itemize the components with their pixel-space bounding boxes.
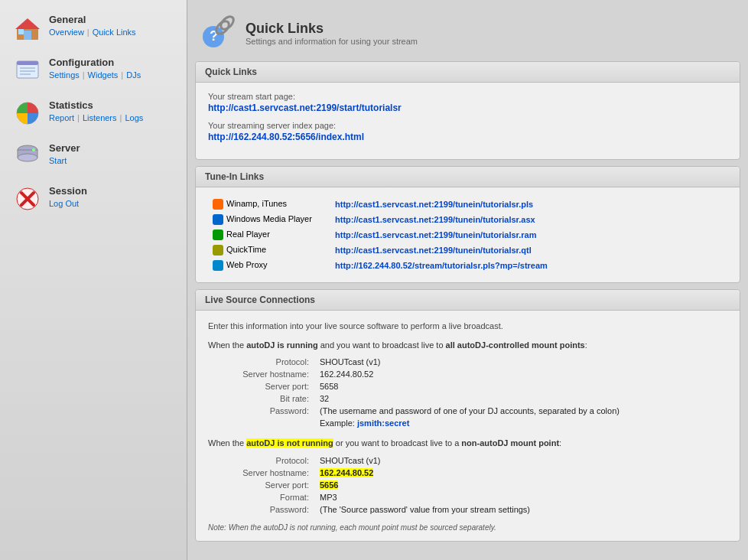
quick-links-card-body: Your stream start page: http://cast1.ser…	[196, 83, 740, 159]
example-value: Example: jsmith:secret	[315, 417, 727, 429]
tunein-player-icon	[213, 214, 223, 225]
tunein-player-name: Winamp, iTunes	[226, 199, 287, 208]
tunein-row: Winamp, iTuneshttp://cast1.servcast.net:…	[208, 197, 727, 212]
session-links: Log Out	[49, 199, 87, 208]
statistics-icon	[14, 99, 41, 127]
port-value: 5658	[315, 380, 727, 392]
autodj-not-running-highlight: autoDJ is not running	[246, 438, 333, 448]
config-widgets-link[interactable]: Widgets	[88, 70, 119, 80]
table-row: Server port: 5656	[208, 479, 727, 491]
page-subtitle: Settings and information for using your …	[246, 37, 418, 46]
nr-protocol-label: Protocol:	[208, 454, 315, 467]
nr-port-value: 5656	[315, 479, 727, 491]
svg-marker-1	[15, 18, 40, 29]
protocol-value: SHOUTcast (v1)	[315, 356, 727, 368]
server-start-link[interactable]: Start	[49, 156, 67, 165]
table-row: Server port: 5658	[208, 380, 727, 392]
tunein-table: Winamp, iTuneshttp://cast1.servcast.net:…	[208, 197, 727, 273]
live-source-card: Live Source Connections Enter this infor…	[195, 289, 740, 542]
table-row: Format: MP3	[208, 491, 727, 503]
svg-point-12	[18, 154, 37, 161]
autodj-running-highlight: autoDJ is running	[246, 340, 318, 350]
general-overview-link[interactable]: Overview	[49, 28, 84, 37]
port-label: Server port:	[208, 380, 315, 392]
live-source-body: Enter this information into your live so…	[196, 311, 740, 541]
sidebar-item-general[interactable]: General Overview | Quick Links	[6, 8, 180, 47]
statistics-nav-content: Statistics Report | Listeners | Logs	[49, 99, 143, 122]
tunein-player-icon	[213, 260, 223, 271]
server-icon	[14, 142, 41, 170]
nr-password-value: (The 'Source password' value from your s…	[315, 503, 727, 516]
server-title: Server	[49, 142, 80, 154]
nr-hostname-label: Server hostname:	[208, 467, 315, 479]
autodj-not-running-table: Protocol: SHOUTcast (v1) Server hostname…	[208, 454, 727, 516]
stream-start-url[interactable]: http://cast1.servcast.net:2199/start/tut…	[208, 103, 727, 113]
tunein-player-name: Windows Media Player	[226, 214, 312, 223]
table-row: Server hostname: 162.244.80.52	[208, 467, 727, 479]
server-index-url[interactable]: http://162.244.80.52:5656/index.html	[208, 132, 727, 142]
house-icon	[14, 14, 41, 41]
password-value: (The username and password of one of you…	[315, 405, 727, 417]
general-quicklinks-link[interactable]: Quick Links	[93, 28, 136, 37]
session-icon	[14, 185, 41, 213]
table-row: Bit rate: 32	[208, 392, 727, 405]
quick-links-card-header: Quick Links	[196, 62, 740, 83]
table-row: Example: jsmith:secret	[208, 417, 727, 429]
tunein-url[interactable]: http://cast1.servcast.net:2199/tunein/tu…	[330, 212, 727, 227]
stats-listeners-link[interactable]: Listeners	[83, 113, 117, 122]
all-mount-points-bold: all autoDJ-controlled mount points	[446, 340, 585, 350]
tunein-url[interactable]: http://cast1.servcast.net:2199/tunein/tu…	[330, 197, 727, 212]
session-logout-link[interactable]: Log Out	[49, 199, 79, 208]
tunein-url[interactable]: http://cast1.servcast.net:2199/tunein/tu…	[330, 227, 727, 243]
configuration-icon	[14, 57, 41, 84]
sidebar: General Overview | Quick Links Configura…	[0, 0, 187, 560]
configuration-links: Settings | Widgets | DJs	[49, 70, 141, 80]
configuration-nav-content: Configuration Settings | Widgets | DJs	[49, 57, 141, 80]
nr-format-value: MP3	[315, 491, 727, 503]
non-autodj-bold: non-autoDJ mount point	[461, 438, 559, 448]
config-djs-link[interactable]: DJs	[126, 70, 141, 80]
page-title: Quick Links	[246, 21, 418, 37]
server-index-label: Your streaming server index page:	[208, 121, 727, 130]
svg-rect-3	[18, 29, 24, 34]
stream-start-label: Your stream start page:	[208, 92, 727, 101]
tunein-url[interactable]: http://cast1.servcast.net:2199/tunein/tu…	[330, 243, 727, 258]
table-row: Protocol: SHOUTcast (v1)	[208, 454, 727, 467]
sidebar-item-configuration[interactable]: Configuration Settings | Widgets | DJs	[6, 50, 180, 90]
stats-logs-link[interactable]: Logs	[125, 113, 143, 122]
tunein-row: QuickTimehttp://cast1.servcast.net:2199/…	[208, 243, 727, 258]
config-settings-link[interactable]: Settings	[49, 70, 80, 80]
sidebar-item-session[interactable]: Session Log Out	[6, 179, 180, 219]
password-label: Password:	[208, 405, 315, 417]
stats-report-link[interactable]: Report	[49, 113, 74, 122]
sidebar-item-server[interactable]: Server Start	[6, 136, 180, 176]
statistics-links: Report | Listeners | Logs	[49, 113, 143, 122]
tunein-row: Real Playerhttp://cast1.servcast.net:219…	[208, 227, 727, 243]
tunein-links-card: Tune-In Links Winamp, iTuneshttp://cast1…	[195, 166, 740, 283]
general-nav-content: General Overview | Quick Links	[49, 14, 136, 37]
tunein-card-header: Tune-In Links	[196, 167, 740, 187]
general-links: Overview | Quick Links	[49, 28, 136, 37]
general-title: General	[49, 14, 136, 25]
table-row: Protocol: SHOUTcast (v1)	[208, 356, 727, 368]
svg-rect-5	[17, 61, 38, 65]
statistics-title: Statistics	[49, 99, 143, 111]
svg-rect-2	[24, 31, 31, 40]
table-row: Server hostname: 162.244.80.52	[208, 368, 727, 380]
server-links: Start	[49, 156, 80, 165]
tunein-player-icon	[213, 199, 223, 210]
live-autodj-running-title: When the autoDJ is running and you want …	[208, 339, 727, 352]
tunein-url[interactable]: http://162.244.80.52/stream/tutorialsr.p…	[330, 258, 727, 273]
main-content: ? Quick Links Settings and information f…	[187, 0, 748, 560]
bitrate-value: 32	[315, 392, 727, 405]
quicklinks-header-icon: ?	[198, 14, 236, 52]
sidebar-item-statistics[interactable]: Statistics Report | Listeners | Logs	[6, 93, 180, 133]
hostname-label: Server hostname:	[208, 368, 315, 380]
table-row: Password: (The 'Source password' value f…	[208, 503, 727, 516]
bitrate-label: Bit rate:	[208, 392, 315, 405]
nr-password-label: Password:	[208, 503, 315, 516]
configuration-title: Configuration	[49, 57, 141, 68]
table-row: Password: (The username and password of …	[208, 405, 727, 417]
session-title: Session	[49, 185, 87, 197]
tunein-player-name: Web Proxy	[226, 260, 268, 269]
